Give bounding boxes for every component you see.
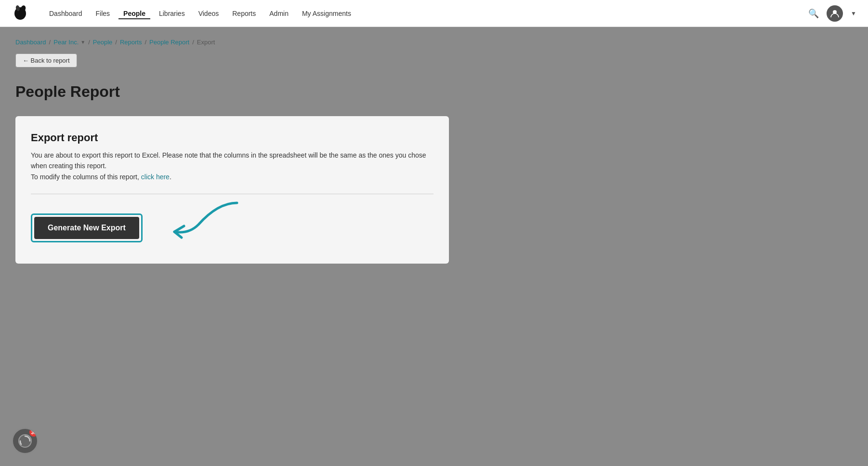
breadcrumb: Dashboard / Pear Inc. ▼ / People / Repor… [15, 39, 853, 46]
top-navigation: Dashboard Files People Libraries Videos … [0, 0, 868, 27]
nav-videos[interactable]: Videos [194, 8, 224, 19]
nav-my-assignments[interactable]: My Assignments [297, 8, 356, 19]
generate-new-export-button[interactable]: Generate New Export [34, 217, 139, 239]
section-divider [31, 194, 434, 194]
badge-circle: 36 [12, 427, 39, 454]
breadcrumb-org-label: Pear Inc. [53, 39, 79, 46]
nav-right: 🔍 ▼ [808, 5, 856, 22]
section-title: Export report [31, 132, 434, 144]
nav-dashboard[interactable]: Dashboard [44, 8, 87, 19]
page-title: People Report [15, 83, 853, 101]
breadcrumb-sep-1: / [49, 39, 51, 46]
chevron-down-icon: ▼ [80, 40, 85, 45]
breadcrumb-dashboard[interactable]: Dashboard [15, 39, 46, 46]
back-to-report-button[interactable]: ← Back to report [15, 53, 77, 67]
generate-button-highlight: Generate New Export [31, 213, 143, 242]
nav-libraries[interactable]: Libraries [154, 8, 190, 19]
export-panel: Export report You are about to export th… [15, 116, 449, 264]
nav-links: Dashboard Files People Libraries Videos … [44, 8, 808, 19]
breadcrumb-sep-2: / [88, 39, 90, 46]
section-description: You are about to export this report to E… [31, 150, 434, 182]
breadcrumb-people-report[interactable]: People Report [149, 39, 189, 46]
breadcrumb-sep-4: / [145, 39, 146, 46]
chevron-down-icon[interactable]: ▼ [851, 10, 856, 17]
nav-reports[interactable]: Reports [227, 8, 261, 19]
breadcrumb-people[interactable]: People [93, 39, 112, 46]
breadcrumb-sep-5: / [192, 39, 194, 46]
generate-area: Generate New Export [31, 208, 434, 248]
breadcrumb-export: Export [197, 39, 215, 46]
nav-admin[interactable]: Admin [264, 8, 293, 19]
app-logo[interactable] [12, 4, 44, 23]
nav-people[interactable]: People [118, 8, 150, 19]
nav-files[interactable]: Files [91, 8, 115, 19]
badge-count: 36 [29, 428, 38, 437]
arrow-annotation [150, 198, 247, 248]
click-here-link[interactable]: click here [141, 173, 170, 181]
breadcrumb-sep-3: / [115, 39, 117, 46]
breadcrumb-reports[interactable]: Reports [120, 39, 142, 46]
search-icon[interactable]: 🔍 [808, 8, 819, 19]
avatar[interactable] [827, 5, 843, 22]
breadcrumb-org[interactable]: Pear Inc. ▼ [53, 39, 85, 46]
main-content: Dashboard / Pear Inc. ▼ / People / Repor… [0, 27, 868, 466]
bottom-badge[interactable]: 36 [12, 427, 39, 454]
